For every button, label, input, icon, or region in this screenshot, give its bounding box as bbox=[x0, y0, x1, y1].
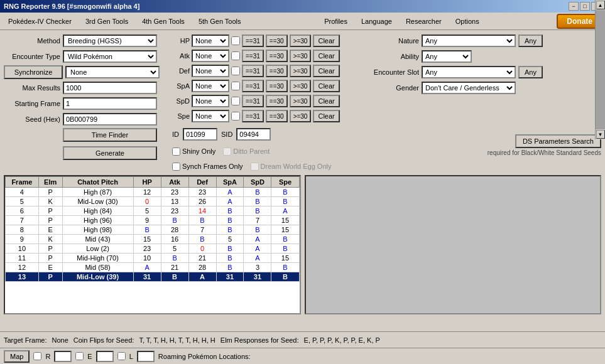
ditto-parent-checkbox[interactable] bbox=[223, 147, 231, 156]
encounter-slot-any-button[interactable]: Any bbox=[518, 66, 543, 78]
spd-checkbox[interactable] bbox=[231, 97, 240, 105]
table-row[interactable]: 5KMid-Low (30)01326ABB bbox=[6, 197, 300, 206]
hp-clear-btn[interactable]: Clear bbox=[313, 35, 339, 47]
method-select[interactable]: Breeding (HGSS) bbox=[63, 35, 157, 47]
atk-ge30-btn[interactable]: >=30 bbox=[290, 50, 312, 62]
l-checkbox[interactable] bbox=[117, 352, 126, 360]
menu-5th-gen[interactable]: 5th Gen Tools bbox=[193, 16, 247, 27]
bottom-bar-2: Map R E L Roaming Pokémon Locations: bbox=[0, 348, 605, 364]
spe-ge30-btn[interactable]: >=30 bbox=[290, 110, 312, 122]
ability-select[interactable]: Any bbox=[422, 50, 472, 63]
synchronize-select[interactable]: None bbox=[65, 66, 160, 78]
scroll-down[interactable]: ▼ bbox=[596, 130, 605, 139]
table-row[interactable]: 4PHigh (87)122323ABB bbox=[6, 188, 300, 197]
dream-world-checkbox[interactable] bbox=[251, 163, 259, 171]
menu-pokedex-iv[interactable]: Pokédex-IV Checker bbox=[3, 16, 77, 27]
menu-profiles[interactable]: Profiles bbox=[319, 16, 353, 27]
map-button[interactable]: Map bbox=[4, 350, 30, 363]
spd-clear-btn[interactable]: Clear bbox=[313, 95, 339, 107]
starting-frame-label: Starting Frame bbox=[4, 100, 60, 107]
menu-researcher[interactable]: Researcher bbox=[400, 16, 447, 27]
col-header-hp: HP bbox=[133, 177, 161, 188]
def-eq30-btn[interactable]: ==30 bbox=[266, 65, 288, 77]
coin-flips-value: T, T, T, H, H, T, T, H, H, H bbox=[139, 336, 215, 344]
atk-clear-btn[interactable]: Clear bbox=[313, 50, 339, 62]
spd-ge30-btn[interactable]: >=30 bbox=[290, 95, 312, 107]
starting-frame-input[interactable] bbox=[63, 97, 157, 110]
e-checkbox[interactable] bbox=[75, 352, 84, 360]
def-clear-btn[interactable]: Clear bbox=[313, 65, 339, 77]
spa-select[interactable]: None bbox=[192, 80, 229, 92]
table-row[interactable]: 10PLow (2)2350BAB bbox=[6, 244, 300, 254]
table-row[interactable]: 11PMid-High (70)10B21BA15 bbox=[6, 254, 300, 263]
menu-options[interactable]: Options bbox=[450, 16, 485, 27]
time-finder-button[interactable]: Time Finder bbox=[63, 128, 157, 142]
id-input[interactable] bbox=[183, 128, 217, 141]
spa-checkbox[interactable] bbox=[231, 82, 240, 90]
sid-input[interactable] bbox=[236, 128, 271, 141]
spe-checkbox[interactable] bbox=[231, 112, 240, 120]
maximize-button[interactable]: □ bbox=[580, 2, 590, 11]
encounter-slot-select[interactable]: Any bbox=[422, 66, 516, 78]
table-row[interactable]: 12EMid (58)A2128B3B bbox=[6, 263, 300, 272]
spe-clear-btn[interactable]: Clear bbox=[313, 110, 339, 122]
max-results-input[interactable] bbox=[63, 82, 157, 94]
minimize-button[interactable]: − bbox=[569, 2, 579, 11]
scroll-up[interactable]: ▲ bbox=[596, 1, 605, 9]
hp-eq30-btn[interactable]: ==30 bbox=[266, 35, 288, 47]
id-label: ID bbox=[172, 131, 179, 138]
spd-eq31-btn[interactable]: ==31 bbox=[242, 95, 264, 107]
table-row[interactable]: 13PMid-Low (39)31BA3131B bbox=[6, 272, 300, 282]
dream-world-item: Dream World Egg Only bbox=[251, 163, 332, 171]
def-eq31-btn[interactable]: ==31 bbox=[242, 65, 264, 77]
def-ge30-btn[interactable]: >=30 bbox=[290, 65, 312, 77]
generate-button[interactable]: Generate bbox=[63, 146, 157, 160]
table-row[interactable]: 9KMid (43)1516B5AB bbox=[6, 235, 300, 244]
gender-select[interactable]: Don't Care / Genderless bbox=[422, 82, 516, 94]
dream-world-label: Dream World Egg Only bbox=[261, 163, 332, 170]
atk-checkbox[interactable] bbox=[231, 51, 240, 60]
e-input[interactable] bbox=[96, 351, 114, 362]
r-input[interactable] bbox=[54, 351, 72, 362]
spd-eq30-btn[interactable]: ==30 bbox=[266, 95, 288, 107]
hp-checkbox[interactable] bbox=[231, 36, 240, 45]
gray-area: ▲ ▼ bbox=[305, 175, 602, 314]
hp-eq31-btn[interactable]: ==31 bbox=[242, 35, 264, 47]
atk-eq31-btn[interactable]: ==31 bbox=[242, 50, 264, 62]
ds-params-button[interactable]: DS Parameters Search bbox=[515, 134, 601, 148]
seed-input[interactable] bbox=[63, 113, 157, 126]
encounter-type-select[interactable]: Wild Pokémon bbox=[63, 50, 157, 63]
seed-label: Seed (Hex) bbox=[4, 115, 60, 123]
hp-select[interactable]: None bbox=[192, 35, 229, 47]
spe-eq31-btn[interactable]: ==31 bbox=[242, 110, 264, 122]
menu-language[interactable]: Language bbox=[356, 16, 398, 27]
def-select[interactable]: None bbox=[192, 65, 229, 77]
menu-3rd-gen[interactable]: 3rd Gen Tools bbox=[80, 16, 134, 27]
spe-select[interactable]: None bbox=[192, 110, 229, 122]
spd-select[interactable]: None bbox=[192, 95, 229, 107]
shiny-only-checkbox[interactable] bbox=[172, 147, 180, 156]
nature-select[interactable]: Any bbox=[422, 35, 516, 47]
synch-frames-checkbox[interactable] bbox=[172, 163, 180, 171]
table-row[interactable]: 7PHigh (96)9BBB715 bbox=[6, 216, 300, 225]
menu-bar: Pokédex-IV Checker 3rd Gen Tools 4th Gen… bbox=[0, 13, 605, 30]
spa-eq31-btn[interactable]: ==31 bbox=[242, 80, 264, 92]
hp-ge30-btn[interactable]: >=30 bbox=[290, 35, 312, 47]
menu-4th-gen[interactable]: 4th Gen Tools bbox=[136, 16, 190, 27]
gender-row: Gender Don't Care / Genderless bbox=[366, 81, 601, 95]
nature-any-button[interactable]: Any bbox=[518, 35, 543, 47]
def-checkbox[interactable] bbox=[231, 67, 240, 75]
spa-ge30-btn[interactable]: >=30 bbox=[290, 80, 312, 92]
l-input[interactable] bbox=[137, 351, 155, 362]
r-checkbox[interactable] bbox=[33, 352, 41, 360]
spa-eq30-btn[interactable]: ==30 bbox=[266, 80, 288, 92]
r-label: R bbox=[45, 353, 50, 360]
atk-eq30-btn[interactable]: ==30 bbox=[266, 50, 288, 62]
atk-select[interactable]: None bbox=[192, 50, 229, 62]
spe-eq30-btn[interactable]: ==30 bbox=[266, 110, 288, 122]
synchronize-button[interactable]: Synchronize bbox=[4, 65, 63, 79]
table-row[interactable]: 6PHigh (84)52314BBA bbox=[6, 206, 300, 216]
results-table-scroll[interactable]: Frame Elm Chatot Pitch HP Atk Def SpA Sp… bbox=[5, 176, 300, 313]
table-row[interactable]: 8EHigh (98)B287BB15 bbox=[6, 225, 300, 235]
spa-clear-btn[interactable]: Clear bbox=[313, 80, 339, 92]
